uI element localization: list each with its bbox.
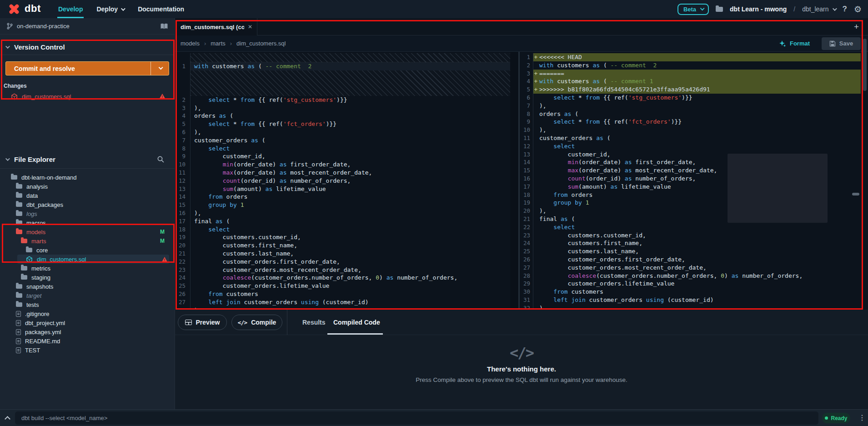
beta-dropdown[interactable]: Beta: [677, 4, 709, 15]
tree-item-packages-yml[interactable]: packages.yml: [0, 327, 175, 336]
tree-item-test[interactable]: TEST: [0, 346, 175, 355]
code-line[interactable]: 12 select: [520, 142, 861, 150]
code-line[interactable]: 9 customer_id,: [175, 152, 510, 160]
commit-and-resolve-button[interactable]: Commit and resolve: [5, 61, 169, 75]
code-line[interactable]: 11 max(order_date) as most_recent_order_…: [175, 169, 510, 177]
search-icon[interactable]: [157, 155, 165, 163]
code-line[interactable]: 27 left join customer_orders using (cust…: [175, 298, 510, 306]
code-line[interactable]: 20 customers.first_name,: [175, 241, 510, 250]
tree-item-dbt-learn-on-demand[interactable]: dbt-learn-on-demand: [0, 173, 175, 182]
code-line[interactable]: 3),: [175, 104, 510, 112]
chevron-up-icon[interactable]: [5, 416, 10, 422]
code-line[interactable]: 2with customers as ( -- comment 2: [520, 61, 861, 70]
tree-item-dim-customers-sql[interactable]: dim_customers.sql: [0, 255, 175, 264]
command-input[interactable]: [15, 411, 818, 425]
code-line[interactable]: 29 customer_orders.lifetime_value: [520, 280, 861, 288]
format-button[interactable]: Format: [779, 40, 810, 47]
tree-item--gitignore[interactable]: .gitignore: [0, 309, 175, 318]
code-line[interactable]: 21 customers.last_name,: [175, 250, 510, 258]
tree-item-models[interactable]: modelsM: [0, 227, 175, 236]
code-line[interactable]: 6 select * from {{ ref('stg_customers')}…: [520, 94, 861, 102]
tab-results[interactable]: Results: [302, 310, 326, 335]
code-line[interactable]: 23 customer_orders.most_recent_order_dat…: [175, 266, 510, 274]
code-line[interactable]: 16),: [175, 209, 510, 217]
preview-button[interactable]: Preview: [178, 315, 227, 330]
editor-scrollbar-thumb[interactable]: [863, 39, 867, 91]
code-line[interactable]: 23 customers.customer_id,: [520, 231, 861, 240]
dbt-logo-icon[interactable]: [8, 3, 20, 15]
tree-item-dbt-packages[interactable]: dbt_packages: [0, 200, 175, 209]
code-line[interactable]: 13 sum(amount) as lifetime_value: [175, 185, 510, 193]
nav-develop[interactable]: Develop: [58, 0, 83, 18]
tree-item-analysis[interactable]: analysis: [0, 182, 175, 191]
editor-pane-working[interactable]: 1with customers as ( -- comment 22 selec…: [175, 52, 510, 310]
nav-deploy[interactable]: Deploy: [96, 0, 124, 18]
code-line[interactable]: 27 customer_orders.most_recent_order_dat…: [520, 264, 861, 272]
breadcrumb-item[interactable]: dim_customers.sql: [236, 40, 286, 47]
code-line[interactable]: 30 from customers: [520, 288, 861, 296]
version-control-header[interactable]: Version Control 1: [0, 40, 175, 54]
save-button[interactable]: Save: [822, 37, 861, 50]
code-line[interactable]: 5+>>>>>>> b81f802a66fd544504c65721e3ffaa…: [520, 85, 861, 94]
tree-item-marts[interactable]: martsM: [0, 236, 175, 246]
tree-item-staging[interactable]: staging: [0, 273, 175, 282]
code-line[interactable]: 8orders as (: [520, 110, 861, 118]
code-line[interactable]: 2 select * from {{ ref('stg_customers')}…: [175, 96, 510, 104]
code-line[interactable]: 26 from customers: [175, 290, 510, 298]
code-line[interactable]: 22 select: [520, 223, 861, 231]
code-line[interactable]: 4orders as (: [175, 112, 510, 120]
help-icon[interactable]: ?: [843, 5, 847, 14]
code-line[interactable]: 7customer_orders as (: [175, 136, 510, 145]
code-line[interactable]: 3+=======: [520, 70, 861, 78]
tree-item-logs[interactable]: logs: [0, 209, 175, 218]
code-line[interactable]: 18 select: [175, 226, 510, 234]
code-line[interactable]: 19 customers.customer_id,: [175, 233, 510, 241]
new-tab-button[interactable]: +: [854, 22, 859, 32]
tree-item-target[interactable]: target: [0, 291, 175, 300]
code-line[interactable]: 31 left join customer_orders using (cust…: [520, 296, 861, 304]
diff-scrollbar-handle[interactable]: [852, 193, 859, 195]
code-line[interactable]: 25 customer_orders.lifetime_value: [175, 282, 510, 290]
tree-item-dbt-project-yml[interactable]: dbt_project.yml: [0, 318, 175, 327]
commit-options-dropdown[interactable]: [151, 62, 169, 75]
code-line[interactable]: 28): [175, 306, 510, 310]
code-line[interactable]: 10),: [520, 126, 861, 134]
close-tab-icon[interactable]: ✕: [248, 24, 252, 30]
tree-item-metrics[interactable]: metrics: [0, 264, 175, 273]
breadcrumb-item[interactable]: models: [181, 40, 200, 47]
code-line[interactable]: 9 select * from {{ ref('fct_orders')}}: [520, 118, 861, 126]
code-line[interactable]: 26 customer_orders.first_order_date,: [520, 256, 861, 264]
tab-dim-customers[interactable]: dim_customers.sql (confli... ✕: [175, 18, 257, 35]
tree-item-readme-md[interactable]: README.md: [0, 336, 175, 346]
code-line[interactable]: 25 customers.last_name,: [520, 247, 861, 256]
compile-button[interactable]: </> Compile: [231, 315, 282, 330]
code-line[interactable]: 24 coalesce(customer_orders.number_of_or…: [175, 274, 510, 282]
nav-documentation[interactable]: Documentation: [138, 0, 184, 18]
tree-item-data[interactable]: data: [0, 191, 175, 200]
file-explorer-header[interactable]: File Explorer: [0, 153, 175, 165]
settings-gear-icon[interactable]: ⚙: [854, 5, 862, 14]
tab-compiled-code[interactable]: Compiled Code: [333, 310, 380, 335]
code-line[interactable]: 15 group by 1: [175, 201, 510, 209]
kebab-menu-icon[interactable]: ⋮: [858, 413, 866, 422]
code-line[interactable]: 14 from orders: [175, 193, 510, 201]
code-line[interactable]: 1with customers as ( -- comment 2: [175, 62, 510, 70]
left-pane-scrollbar[interactable]: [510, 52, 518, 310]
code-line[interactable]: 10 min(order_date) as first_order_date,: [175, 160, 510, 169]
tree-item-tests[interactable]: tests: [0, 300, 175, 309]
breadcrumb-item[interactable]: marts: [211, 40, 226, 47]
code-line[interactable]: 1+<<<<<<< HEAD: [520, 53, 861, 61]
code-line[interactable]: 22 customer_orders.first_order_date,: [175, 258, 510, 266]
code-line[interactable]: 24 customers.first_name,: [520, 239, 861, 247]
code-line[interactable]: 8 select: [175, 145, 510, 153]
code-line[interactable]: 28 coalesce(customer_orders.number_of_or…: [520, 272, 861, 280]
code-line[interactable]: 12 count(order_id) as number_of_orders,: [175, 177, 510, 185]
tree-item-core[interactable]: core: [0, 246, 175, 255]
code-line[interactable]: 32): [520, 304, 861, 310]
code-line[interactable]: 7),: [520, 102, 861, 110]
code-line[interactable]: 6),: [175, 128, 510, 136]
tree-item-macros[interactable]: macros: [0, 218, 175, 227]
changed-file-row[interactable]: dim_customers.sql: [0, 91, 175, 102]
docs-book-icon[interactable]: [160, 23, 168, 30]
environment-dropdown[interactable]: dbt_learn: [802, 5, 835, 13]
